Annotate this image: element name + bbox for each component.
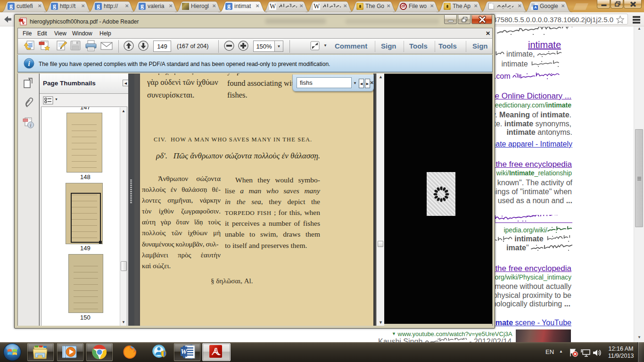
svg-text:W: W <box>181 348 188 355</box>
svg-text:i: i <box>30 122 31 128</box>
